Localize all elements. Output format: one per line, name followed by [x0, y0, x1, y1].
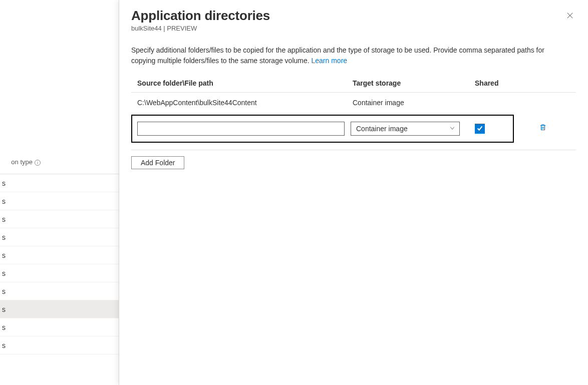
list-item-label: s — [2, 179, 6, 187]
table-row: C:\WebAppContent\bulkSite44Content Conta… — [131, 93, 576, 113]
list-item[interactable]: s — [0, 336, 119, 354]
cell-target: Container image — [353, 99, 475, 107]
delete-row-button[interactable] — [537, 122, 549, 134]
list-item[interactable]: s — [0, 210, 119, 228]
target-storage-selected-label: Container image — [356, 125, 408, 133]
form-row-highlight: Container image — [131, 115, 514, 143]
shared-checkbox[interactable] — [475, 124, 485, 134]
list-item-label: s — [2, 197, 6, 205]
page-subtitle: bulkSite44 | PREVIEW — [131, 25, 576, 32]
list-item[interactable]: s — [0, 264, 119, 282]
form-row: Container image — [131, 113, 576, 150]
page-title: Application directories — [131, 8, 576, 24]
chevron-down-icon — [449, 125, 455, 133]
list-item[interactable]: s — [0, 318, 119, 336]
checkmark-icon — [476, 125, 483, 133]
list-item-label: s — [2, 287, 6, 295]
table-header-row: Source folder\File path Target storage S… — [131, 75, 576, 93]
learn-more-link[interactable]: Learn more — [312, 57, 348, 65]
filter-label-row: on type i — [0, 150, 119, 174]
list-item[interactable]: s — [0, 192, 119, 210]
trash-icon — [539, 123, 547, 133]
list-item[interactable]: s — [0, 300, 119, 318]
description-text: Specify additional folders/files to be c… — [131, 45, 562, 66]
cell-source: C:\WebAppContent\bulkSite44Content — [137, 99, 353, 107]
info-icon[interactable]: i — [35, 158, 41, 166]
list-item-label: s — [2, 323, 6, 331]
list-item-label: s — [2, 305, 6, 313]
list-item[interactable]: s — [0, 282, 119, 300]
background-left-panel: on type i s s s s s s s s s s — [0, 0, 119, 385]
list-item-label: s — [2, 215, 6, 223]
close-icon — [566, 12, 573, 21]
filter-label-text: on type — [11, 158, 33, 166]
list-item-label: s — [2, 251, 6, 259]
add-folder-button[interactable]: Add Folder — [131, 156, 184, 169]
column-header-target: Target storage — [353, 79, 475, 87]
close-button[interactable] — [564, 10, 576, 22]
list-item-label: s — [2, 233, 6, 241]
target-storage-select[interactable]: Container image — [351, 122, 460, 136]
application-directories-blade: Application directories bulkSite44 | PRE… — [119, 0, 588, 385]
list-item-label: s — [2, 341, 6, 349]
column-header-shared: Shared — [475, 79, 515, 87]
column-header-source: Source folder\File path — [137, 79, 353, 87]
list-item[interactable]: s — [0, 246, 119, 264]
list-item-label: s — [2, 269, 6, 277]
list-item[interactable]: s — [0, 174, 119, 192]
list-item[interactable]: s — [0, 228, 119, 246]
source-folder-input[interactable] — [137, 122, 345, 136]
